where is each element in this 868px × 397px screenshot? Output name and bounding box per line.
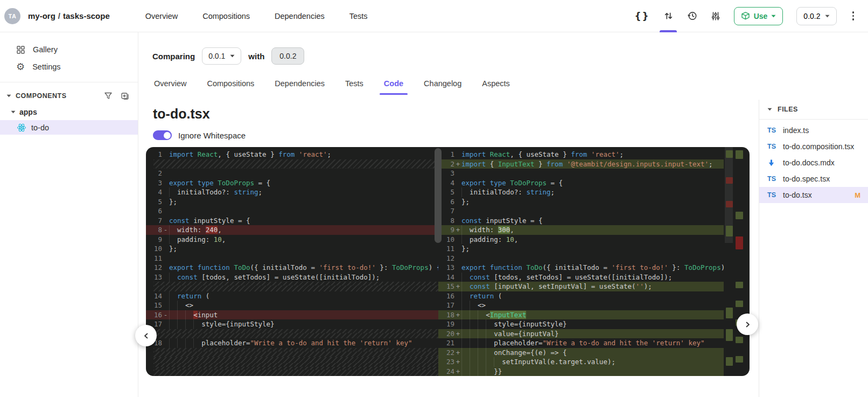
code-line: 5}; — [146, 197, 438, 207]
header-tab-dependencies[interactable]: Dependencies — [275, 12, 325, 20]
version-dropdown[interactable]: 0.0.2 — [796, 7, 836, 25]
ruler-change-mark — [726, 150, 733, 158]
file-item[interactable]: to-do.docs.mdx — [759, 155, 868, 171]
code-line: 23+setInputVal(e.target.value); — [438, 357, 724, 367]
base-version-dropdown[interactable]: 0.0.1 — [202, 47, 241, 65]
code-text — [461, 206, 724, 216]
code-token: ; — [258, 188, 263, 196]
chevron-left-icon — [143, 332, 150, 339]
code-token: value={inputVal} — [494, 330, 558, 338]
filter-icon[interactable] — [104, 92, 113, 100]
compare-tab-changelog[interactable]: Changelog — [423, 79, 463, 95]
diff-gutter-sign — [162, 254, 169, 263]
diff-gutter-sign — [454, 187, 461, 197]
code-text: width: 300, — [461, 225, 724, 235]
code-token: export type — [461, 179, 510, 187]
code-line: 15<> — [146, 301, 438, 310]
file-item[interactable]: TSto-do.spec.tsx — [759, 171, 868, 187]
header-tab-compositions[interactable]: Compositions — [202, 12, 250, 20]
file-item[interactable]: TSto-do.composition.tsx — [759, 138, 868, 155]
compare-tab-tests[interactable]: Tests — [344, 79, 365, 95]
file-item[interactable]: TSto-do.tsxM — [759, 187, 868, 203]
compare-tab-compositions[interactable]: Compositions — [206, 79, 255, 95]
code-text: style={inputStyle} — [169, 319, 438, 329]
code-text: export function ToDo({ initialTodo = 'fi… — [461, 263, 724, 273]
code-token: React — [198, 150, 218, 158]
prev-change-button[interactable] — [135, 325, 157, 346]
indent-guide — [486, 357, 494, 367]
code-line: 11}; — [438, 244, 724, 254]
ruler-change-mark — [726, 329, 733, 341]
ruler-change-mark — [736, 236, 743, 249]
tree-group-apps[interactable]: apps — [0, 104, 138, 120]
code-token: from — [571, 150, 591, 158]
diff-placeholder-hatch — [153, 348, 438, 358]
comparing-label: Comparing — [152, 52, 195, 61]
files-header-label: FILES — [778, 106, 798, 113]
compare-tab-overview[interactable]: Overview — [153, 79, 187, 95]
diff-gutter-sign — [454, 301, 461, 310]
sidebar-item-settings[interactable]: ⚙ Settings — [0, 58, 138, 75]
code-token: <> — [185, 301, 193, 309]
diff-placeholder-hatch — [153, 159, 438, 169]
indent-guide — [177, 319, 185, 329]
code-line: 18+<InputText — [438, 310, 724, 320]
code-line: 4export type ToDoProps = { — [438, 178, 724, 188]
code-line — [146, 367, 438, 377]
header-tab-tests[interactable]: Tests — [349, 12, 368, 20]
add-component-icon[interactable] — [121, 92, 129, 100]
settings-sliders-icon[interactable] — [711, 0, 720, 32]
sidebar-item-gallery[interactable]: Gallery — [0, 41, 138, 58]
diff-gutter-line-number: 21 — [438, 338, 454, 348]
diff-gutter-sign — [162, 338, 169, 348]
left-sidebar: Gallery ⚙ Settings COMPONENTS apps to-do — [0, 32, 138, 397]
breadcrumb-scope[interactable]: tasks-scope — [63, 11, 110, 20]
code-text: }; — [461, 244, 724, 254]
compare-tab-aspects[interactable]: Aspects — [481, 79, 511, 95]
diff-gutter-sign — [454, 150, 461, 159]
diff-gutter-sign — [162, 187, 169, 197]
diff-gutter-line-number: 7 — [146, 216, 162, 226]
code-text: }; — [169, 197, 438, 207]
code-token: initialTodo?: — [177, 188, 234, 196]
components-section-header[interactable]: COMPONENTS — [0, 88, 138, 104]
code-token: ) { — [429, 263, 438, 271]
target-version-chip[interactable]: 0.0.2 — [271, 47, 304, 65]
ignore-whitespace-toggle[interactable] — [153, 130, 172, 140]
code-token: setInputVal(e.target.value); — [502, 358, 615, 366]
diff-placeholder-hatch — [153, 367, 438, 377]
compare-icon[interactable] — [663, 0, 674, 32]
compare-tab-dependencies[interactable]: Dependencies — [274, 79, 326, 95]
diff-gutter-sign: + — [454, 282, 461, 291]
code-text: const [todos, setTodos] = useState([init… — [461, 273, 724, 282]
diff-scrollbar-thumb[interactable] — [435, 148, 442, 243]
breadcrumb-org[interactable]: my-org — [28, 11, 55, 20]
code-text: const [inputVal, setInputVal] = useState… — [461, 282, 724, 291]
indent-guide — [169, 310, 177, 320]
diff-gutter-sign — [162, 150, 169, 159]
code-text: export type ToDoProps = { — [169, 178, 438, 188]
file-item[interactable]: TSindex.ts — [759, 122, 868, 138]
diff-gutter-sign: + — [454, 367, 461, 377]
use-button[interactable]: Use — [734, 7, 783, 25]
diff-gutter-line-number: 4 — [146, 187, 162, 197]
files-panel-header[interactable]: FILES — [759, 100, 868, 120]
next-change-button[interactable] — [737, 314, 758, 335]
history-icon[interactable] — [687, 0, 697, 32]
tree-item-to-do[interactable]: to-do — [0, 120, 138, 135]
code-token: 300 — [498, 226, 510, 234]
indent-guide — [461, 225, 470, 235]
diff-gutter-line-number: 15 — [146, 301, 162, 310]
header-tab-overview[interactable]: Overview — [145, 12, 178, 20]
diff-gutter-sign — [454, 216, 461, 226]
code-token: ({ initialTodo = — [543, 263, 612, 271]
kebab-menu-icon[interactable] — [850, 9, 857, 23]
indent-guide — [461, 348, 470, 358]
org-avatar[interactable]: TA — [4, 8, 20, 24]
compare-tab-code[interactable]: Code — [383, 79, 404, 95]
code-token: , { useState } — [218, 150, 278, 158]
ignore-whitespace-label: Ignore Whitespace — [178, 131, 246, 140]
code-braces-icon[interactable]: {} — [634, 0, 649, 32]
file-name: to-do.docs.mdx — [783, 158, 835, 167]
file-name: to-do.spec.tsx — [783, 175, 830, 183]
